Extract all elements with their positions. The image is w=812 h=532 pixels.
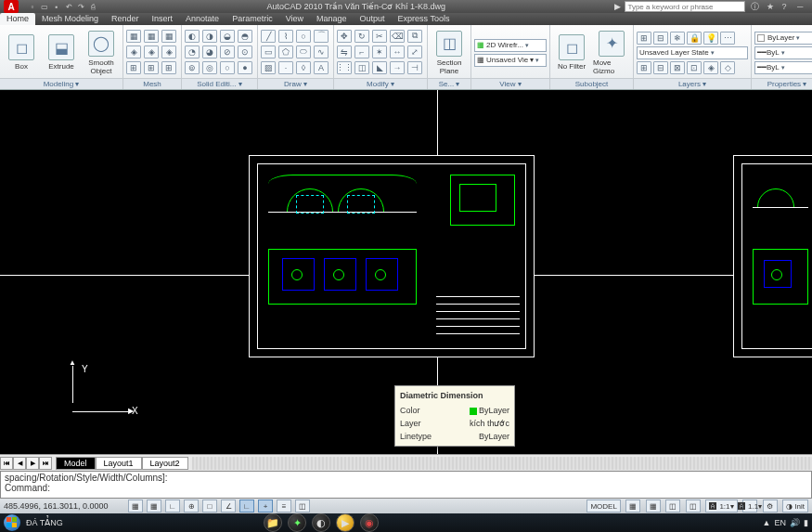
tray-up-icon[interactable]: ▲ (763, 518, 771, 527)
annotation-scale[interactable]: 🅰 1:1 ▾ (705, 500, 737, 513)
tab-parametric[interactable]: Parametric (226, 13, 279, 25)
text-icon[interactable]: A (314, 61, 329, 74)
circle-icon[interactable]: ○ (296, 30, 311, 43)
layer-icon-a[interactable]: ⊞ (637, 61, 651, 74)
mesh-icon-4[interactable]: ◈ (126, 45, 141, 58)
snap-toggle[interactable]: ▦ (128, 500, 143, 513)
solid-icon-11[interactable]: ○ (220, 61, 235, 74)
mesh-icon-3[interactable]: ▦ (161, 30, 176, 43)
annotation-vis-icon[interactable]: 🅰 1.1 ▾ (742, 500, 757, 513)
solid-icon-4[interactable]: ◓ (238, 30, 252, 43)
dyn-toggle[interactable]: + (258, 500, 273, 513)
ortho-toggle[interactable]: ∟ (165, 500, 180, 513)
tab-insert[interactable]: Insert (146, 13, 180, 25)
tab-annotate[interactable]: Annotate (179, 13, 226, 25)
panel-view-title[interactable]: View ▾ (471, 78, 549, 89)
workspace-icon[interactable]: ⚙ (763, 500, 778, 513)
ellipse-icon[interactable]: ⬭ (296, 45, 311, 58)
lwt-toggle[interactable]: ≡ (277, 500, 291, 513)
panel-solid-title[interactable]: Solid Editi... ▾ (182, 78, 257, 89)
panel-properties-title[interactable]: Properties ▾ (752, 78, 812, 89)
minimize-icon[interactable]: ─ (797, 2, 808, 13)
line-icon[interactable]: ╱ (261, 30, 276, 43)
hatch-icon[interactable]: ▨ (261, 61, 276, 74)
layer-prop-icon[interactable]: ⊞ (637, 32, 651, 45)
help-icon[interactable]: ? (781, 2, 793, 13)
mesh-icon-2[interactable]: ▦ (144, 30, 159, 43)
rotate-icon[interactable]: ↻ (354, 30, 369, 43)
tray-volume-icon[interactable]: 🔊 (790, 518, 800, 527)
tab-output[interactable]: Output (354, 13, 392, 25)
chamfer-icon[interactable]: ◣ (372, 61, 387, 74)
smooth-object-button[interactable]: ◯Smooth Object (83, 29, 120, 77)
app-logo[interactable]: A (4, 0, 19, 13)
nav-last-icon[interactable]: ⏭ (39, 457, 52, 470)
solid-icon-10[interactable]: ◎ (202, 61, 217, 74)
panel-mesh-title[interactable]: Mesh (123, 78, 181, 89)
otrack-toggle[interactable]: ∠ (221, 500, 236, 513)
drawing-area[interactable]: Y X (0, 90, 812, 454)
panel-draw-title[interactable]: Draw ▾ (258, 78, 333, 89)
section-plane-button[interactable]: ◫Section Plane (431, 29, 468, 77)
qat-print-icon[interactable]: ⎙ (88, 2, 97, 11)
tab-model[interactable]: Model (56, 457, 96, 470)
no-filter-button[interactable]: ◻No Filter (553, 29, 590, 77)
lineweight-combo[interactable]: ━━ ByL (754, 61, 812, 74)
explode-icon[interactable]: ✶ (372, 45, 387, 58)
break-icon[interactable]: ⊣ (407, 61, 422, 74)
panel-section-title[interactable]: Se... ▾ (428, 78, 470, 89)
panel-modeling-title[interactable]: Modeling ▾ (0, 78, 122, 89)
qat-redo-icon[interactable]: ↷ (76, 2, 85, 11)
tab-layout2[interactable]: Layout2 (142, 457, 188, 470)
tab-mesh-modeling[interactable]: Mesh Modeling (35, 13, 105, 25)
coordinate-readout[interactable]: 485.4996, 161.3011, 0.0000 (4, 501, 124, 511)
view-combo[interactable]: ▦Unsaved Vie ▾ (474, 54, 547, 67)
scale-icon[interactable]: ⤢ (407, 45, 422, 58)
solid-icon-9[interactable]: ⊚ (185, 61, 200, 74)
layer-lock-icon[interactable]: 🔒 (687, 32, 702, 45)
arc-icon[interactable]: ⌒ (314, 30, 329, 43)
tab-render[interactable]: Render (105, 13, 146, 25)
qat-open-icon[interactable]: ▭ (40, 2, 49, 11)
grid-toggle[interactable]: ▦ (147, 500, 161, 513)
tab-manage[interactable]: Manage (310, 13, 354, 25)
mesh-icon-7[interactable]: ⊞ (126, 61, 141, 74)
solid-icon-12[interactable]: ● (238, 61, 252, 74)
region-icon[interactable]: ◊ (296, 61, 311, 74)
qat-undo-icon[interactable]: ↶ (64, 2, 73, 11)
mesh-icon-8[interactable]: ⊞ (144, 61, 159, 74)
app-media-icon[interactable]: ▶ (336, 513, 354, 532)
trim-icon[interactable]: ✂ (372, 30, 387, 43)
ducs-toggle[interactable]: ∟ (239, 500, 254, 513)
layer-off-icon[interactable]: 💡 (703, 32, 718, 45)
osnap-toggle[interactable]: □ (202, 500, 217, 513)
grid-icon[interactable]: ▦ (625, 500, 640, 513)
layer-state-combo[interactable]: Unsaved Layer State (637, 46, 748, 59)
color-combo[interactable]: ByLayer (754, 32, 812, 45)
erase-icon[interactable]: ⌫ (390, 30, 405, 43)
solid-icon-3[interactable]: ◒ (220, 30, 235, 43)
tab-view[interactable]: View (279, 13, 310, 25)
solid-icon-6[interactable]: ◕ (202, 45, 217, 58)
toolbar-lock-icon[interactable]: ◑ Init (782, 500, 808, 513)
panel-subobject-title[interactable]: Subobject (550, 78, 633, 89)
mesh-icon-5[interactable]: ◈ (144, 45, 159, 58)
polyline-icon[interactable]: ⌇ (278, 30, 293, 43)
spline-icon[interactable]: ∿ (314, 45, 329, 58)
panel-layers-title[interactable]: Layers ▾ (634, 78, 751, 89)
extend-icon[interactable]: → (390, 61, 405, 74)
mesh-icon-6[interactable]: ◈ (161, 45, 176, 58)
nav-next-icon[interactable]: ▶ (26, 457, 39, 470)
tray-network-icon[interactable]: ▮ (804, 518, 808, 527)
tab-express-tools[interactable]: Express Tools (392, 13, 457, 25)
layer-icon-b[interactable]: ⊟ (653, 61, 668, 74)
nav-first-icon[interactable]: ⏮ (0, 457, 13, 470)
title-arrow-icon[interactable]: ▶ (614, 2, 621, 11)
stretch-icon[interactable]: ↔ (390, 45, 405, 58)
extrude-button[interactable]: ⬓Extrude (43, 29, 80, 77)
start-button[interactable] (4, 514, 20, 531)
infocenter-icon[interactable]: ⓘ (751, 1, 762, 12)
solid-icon-8[interactable]: ⊙ (238, 45, 252, 58)
array-icon[interactable]: ⋮⋮ (337, 61, 352, 74)
copy-icon[interactable]: ⧉ (407, 30, 422, 43)
